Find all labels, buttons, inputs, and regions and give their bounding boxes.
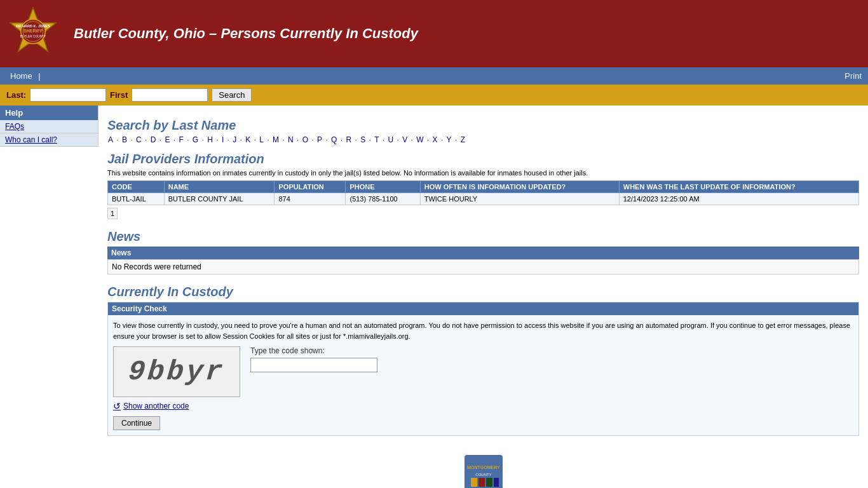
first-name-label: First bbox=[110, 90, 128, 100]
svg-text:BUTLER COUNTY: BUTLER COUNTY bbox=[20, 35, 46, 38]
alpha-link-k[interactable]: K bbox=[245, 135, 250, 144]
svg-text:MONTGOMERY: MONTGOMERY bbox=[467, 465, 500, 470]
search-button[interactable]: Search bbox=[212, 88, 252, 102]
continue-button[interactable]: Continue bbox=[113, 416, 160, 430]
page-footer: MONTGOMERY COUNTY ©2001- 2023 Board of C… bbox=[107, 449, 859, 488]
alpha-link-j[interactable]: J bbox=[233, 135, 236, 144]
svg-text:COUNTY: COUNTY bbox=[475, 473, 491, 477]
security-check-header: Security Check bbox=[108, 302, 858, 315]
svg-text:RICHARD K. JONES: RICHARD K. JONES bbox=[16, 24, 50, 28]
alpha-link-x[interactable]: X bbox=[433, 135, 438, 144]
alpha-link-p[interactable]: P bbox=[317, 135, 322, 144]
alpha-link-q[interactable]: Q bbox=[331, 135, 337, 144]
table-row: BUTL-JAIL BUTLER COUNTY JAIL 874 (513) 7… bbox=[108, 193, 859, 205]
cell-phone: (513) 785-1100 bbox=[346, 193, 420, 205]
alpha-link-u[interactable]: U bbox=[388, 135, 394, 144]
captcha-input[interactable] bbox=[250, 358, 377, 372]
last-name-label: Last: bbox=[6, 90, 26, 100]
captcha-container: 9bbyr Type the code shown: bbox=[113, 346, 853, 397]
alpha-link-c[interactable]: C bbox=[136, 135, 142, 144]
alpha-link-r[interactable]: R bbox=[346, 135, 351, 144]
show-another-label: Show another code bbox=[123, 402, 189, 410]
col-population: POPULATION bbox=[275, 181, 346, 193]
sidebar-item-who-can-i-call[interactable]: Who can I call? bbox=[0, 133, 98, 147]
svg-text:SHERIFF: SHERIFF bbox=[24, 28, 43, 34]
jail-description: This website contains information on inm… bbox=[107, 169, 859, 177]
jail-providers-table: CODE NAME POPULATION PHONE HOW OFTEN IS … bbox=[107, 180, 859, 205]
svg-rect-12 bbox=[494, 478, 499, 487]
alpha-link-i[interactable]: I bbox=[222, 135, 224, 144]
alpha-link-o[interactable]: O bbox=[302, 135, 308, 144]
alpha-link-m[interactable]: M bbox=[273, 135, 279, 144]
alpha-link-b[interactable]: B bbox=[122, 135, 127, 144]
nav-links-left: Home | bbox=[6, 70, 43, 82]
alpha-link-f[interactable]: F bbox=[179, 135, 183, 144]
cell-last-update: 12/14/2023 12:25:00 AM bbox=[619, 193, 858, 205]
col-name: NAME bbox=[164, 181, 275, 193]
alpha-link-t[interactable]: T bbox=[374, 135, 379, 144]
cell-code: BUTL-JAIL bbox=[108, 193, 165, 205]
alpha-link-z[interactable]: Z bbox=[461, 135, 465, 144]
security-text: To view those currently in custody, you … bbox=[113, 320, 853, 341]
news-section-title: News bbox=[107, 229, 859, 244]
home-link[interactable]: Home bbox=[6, 70, 36, 82]
svg-rect-11 bbox=[486, 478, 492, 487]
first-name-input[interactable] bbox=[132, 88, 208, 102]
print-link[interactable]: Print bbox=[844, 71, 862, 81]
sheriff-badge: RICHARD K. JONES SHERIFF BUTLER COUNTY bbox=[8, 5, 65, 62]
jail-section-title: Jail Providers Information bbox=[107, 152, 859, 166]
sidebar-item-faqs[interactable]: FAQs bbox=[0, 120, 98, 133]
alphabet-links: A · B · C · D · E · F · G · H · I · J · … bbox=[107, 135, 859, 144]
col-update-freq: HOW OFTEN IS INFORMATION UPDATED? bbox=[420, 181, 619, 193]
search-bar: Last: First Search bbox=[0, 85, 868, 105]
alpha-link-n[interactable]: N bbox=[288, 135, 294, 144]
cell-population: 874 bbox=[275, 193, 346, 205]
alpha-link-d[interactable]: D bbox=[151, 135, 156, 144]
alpha-link-l[interactable]: L bbox=[259, 135, 264, 144]
page-title: Butler County, Ohio – Persons Currently … bbox=[74, 25, 418, 42]
jail-count: 1 bbox=[107, 208, 118, 219]
sidebar-help-header: Help bbox=[0, 105, 98, 120]
svg-rect-10 bbox=[478, 478, 485, 487]
custody-section-title: Currently In Custody bbox=[107, 285, 859, 299]
alpha-link-a[interactable]: A bbox=[108, 135, 113, 144]
captcha-label: Type the code shown: bbox=[250, 346, 377, 355]
alpha-link-g[interactable]: G bbox=[193, 135, 198, 144]
alpha-link-v[interactable]: V bbox=[402, 135, 407, 144]
refresh-icon: ↺ bbox=[113, 401, 121, 411]
col-last-update: WHEN WAS THE LAST UPDATE OF INFORMATION? bbox=[619, 181, 858, 193]
col-code: CODE bbox=[108, 181, 165, 193]
footer-logo: MONTGOMERY COUNTY bbox=[465, 455, 503, 488]
cell-update-freq: TWICE HOURLY bbox=[420, 193, 619, 205]
jail-table-header: CODE NAME POPULATION PHONE HOW OFTEN IS … bbox=[108, 181, 859, 193]
sidebar: Help FAQs Who can I call? bbox=[0, 105, 98, 147]
captcha-image: 9bbyr bbox=[113, 346, 240, 397]
navigation-bar: Home | Print bbox=[0, 67, 868, 85]
main-layout: Help FAQs Who can I call? Search by Last… bbox=[0, 105, 868, 488]
alpha-link-y[interactable]: Y bbox=[447, 135, 452, 144]
cell-name: BUTLER COUNTY JAIL bbox=[164, 193, 275, 205]
search-section-title: Search by Last Name bbox=[107, 118, 859, 133]
alpha-link-e[interactable]: E bbox=[165, 135, 170, 144]
last-name-input[interactable] bbox=[30, 88, 106, 102]
alpha-link-h[interactable]: H bbox=[207, 135, 213, 144]
captcha-display-text: 9bbyr bbox=[122, 356, 231, 388]
security-check-box: Security Check To view those currently i… bbox=[107, 302, 859, 436]
col-phone: PHONE bbox=[346, 181, 420, 193]
page-header: RICHARD K. JONES SHERIFF BUTLER COUNTY B… bbox=[0, 0, 868, 67]
security-check-body: To view those currently in custody, you … bbox=[108, 315, 858, 435]
alpha-link-w[interactable]: W bbox=[416, 135, 423, 144]
news-body: No Records were returned bbox=[107, 259, 859, 274]
alpha-link-s[interactable]: S bbox=[360, 135, 365, 144]
news-header-bar: News bbox=[107, 247, 859, 259]
captcha-input-area: Type the code shown: bbox=[250, 346, 377, 372]
main-content: Search by Last Name A · B · C · D · E · … bbox=[98, 105, 868, 488]
svg-rect-9 bbox=[471, 478, 477, 487]
show-another-code[interactable]: ↺ Show another code bbox=[113, 401, 853, 411]
